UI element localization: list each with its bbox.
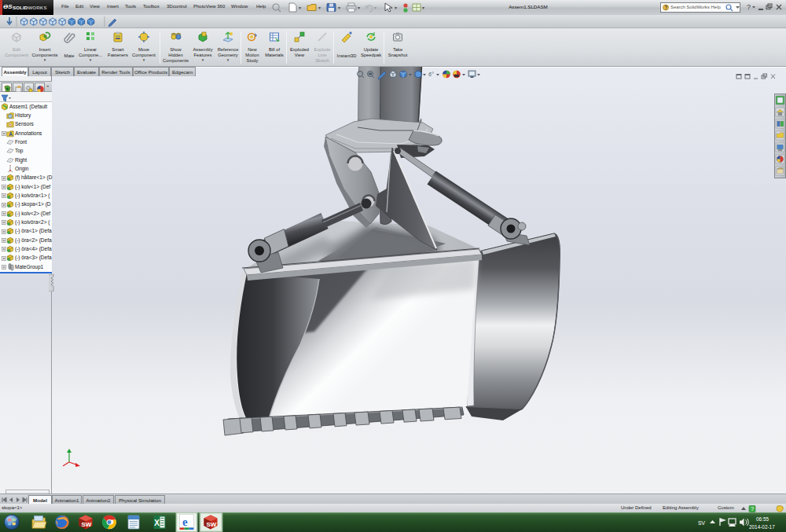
svg-text:?: ? bbox=[747, 3, 751, 11]
svg-text:6°: 6° bbox=[428, 72, 434, 77]
svg-text:06:55: 06:55 bbox=[756, 516, 769, 522]
svg-text:▾: ▾ bbox=[358, 6, 360, 10]
svg-text:▾: ▾ bbox=[395, 6, 397, 10]
svg-text:SW: SW bbox=[81, 521, 91, 528]
svg-text:▾: ▾ bbox=[338, 6, 340, 10]
svg-text:A: A bbox=[9, 131, 13, 137]
svg-text:X: X bbox=[154, 519, 160, 527]
svg-text:▾: ▾ bbox=[299, 6, 301, 10]
svg-text:SV: SV bbox=[698, 520, 706, 526]
svg-text:SW: SW bbox=[206, 521, 216, 528]
svg-text:?: ? bbox=[751, 506, 754, 512]
svg-text:▾: ▾ bbox=[374, 6, 376, 10]
svg-text:?: ? bbox=[664, 5, 667, 10]
svg-text:e: e bbox=[182, 515, 188, 528]
svg-text:▾: ▾ bbox=[318, 6, 321, 10]
svg-text:2014-02-17: 2014-02-17 bbox=[749, 524, 775, 530]
svg-text:▾: ▾ bbox=[422, 6, 424, 10]
